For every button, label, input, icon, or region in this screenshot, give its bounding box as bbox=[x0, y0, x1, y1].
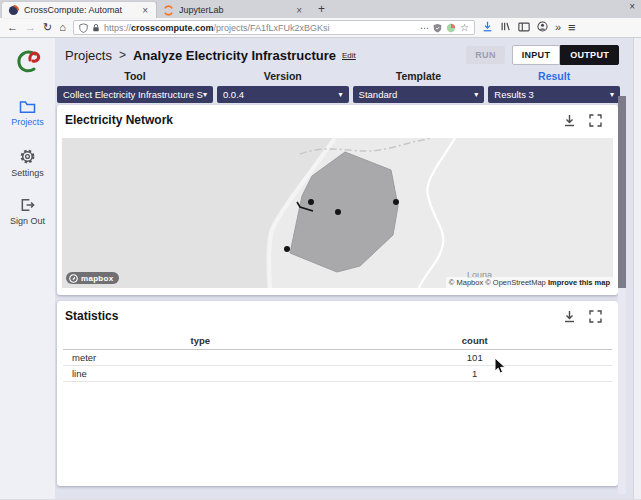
tab-bar: CrossCompute: Automat × JupyterLab × + × bbox=[0, 0, 641, 18]
table-row: meter 101 bbox=[63, 349, 612, 365]
result-control: Result Results 3▾ bbox=[488, 70, 620, 103]
chevron-down-icon: ▾ bbox=[339, 90, 343, 99]
sidebar-toggle-icon[interactable] bbox=[518, 22, 530, 34]
edit-link[interactable]: Edit bbox=[342, 51, 356, 60]
bookmark-star-icon[interactable]: ☆ bbox=[460, 22, 469, 33]
sidebar-item-signout[interactable]: Sign Out bbox=[0, 197, 55, 226]
mapbox-logo[interactable]: mapbox bbox=[66, 272, 119, 284]
overflow-menu-icon[interactable]: » bbox=[555, 22, 561, 33]
downloads-icon[interactable] bbox=[482, 21, 493, 34]
lock-icon bbox=[92, 23, 100, 33]
tab-crosscompute[interactable]: CrossCompute: Automat × bbox=[2, 2, 156, 18]
tracking-shield-icon[interactable] bbox=[79, 23, 88, 33]
download-icon[interactable] bbox=[563, 114, 576, 127]
result-label-link[interactable]: Result bbox=[488, 70, 620, 82]
statistics-table: type count meter 101 line 1 bbox=[63, 333, 612, 382]
fullscreen-icon[interactable] bbox=[589, 310, 602, 323]
table-header-row: type count bbox=[63, 333, 612, 349]
sidebar-item-settings[interactable]: Settings bbox=[0, 148, 55, 178]
home-icon[interactable]: ⌂ bbox=[59, 22, 66, 33]
forward-icon[interactable]: → bbox=[25, 22, 36, 33]
output-button[interactable]: OUTPUT bbox=[560, 45, 619, 65]
crosscompute-favicon bbox=[8, 5, 19, 16]
account-icon[interactable] bbox=[537, 21, 548, 34]
sign-out-icon bbox=[19, 197, 36, 213]
download-icon[interactable] bbox=[563, 310, 576, 323]
chevron-down-icon: ▾ bbox=[203, 90, 207, 99]
column-header-type: type bbox=[63, 333, 338, 349]
reload-icon[interactable]: ↻ bbox=[43, 22, 52, 33]
electricity-network-card: Electricity Network bbox=[57, 105, 618, 295]
url-text: https://crosscompute.com/projects/FA1fLx… bbox=[104, 23, 416, 33]
browser-scrollbar-gutter[interactable] bbox=[633, 38, 641, 499]
template-control: Template Standard▾ bbox=[353, 70, 485, 103]
sidebar-item-label: Sign Out bbox=[10, 216, 45, 226]
main-content: Projects > Analyze Electricity Infrastru… bbox=[55, 38, 641, 499]
app-sidebar: Projects Settings Sign Out bbox=[0, 38, 55, 499]
chevron-down-icon: ▾ bbox=[474, 90, 478, 99]
breadcrumb-separator: > bbox=[119, 48, 126, 62]
result-select[interactable]: Results 3▾ bbox=[488, 86, 620, 103]
crosscompute-logo bbox=[13, 47, 43, 77]
card-title: Statistics bbox=[65, 309, 118, 323]
extension-icon[interactable] bbox=[446, 23, 456, 33]
window-close-button[interactable]: × bbox=[629, 1, 635, 12]
sidebar-item-label: Settings bbox=[11, 168, 44, 178]
template-label: Template bbox=[353, 70, 485, 82]
card-header: Electricity Network bbox=[57, 105, 618, 135]
cell-count: 1 bbox=[338, 365, 613, 381]
tool-label: Tool bbox=[57, 70, 213, 82]
input-button[interactable]: INPUT bbox=[512, 45, 561, 65]
map-attribution: © Mapbox © OpenStreetMap Improve this ma… bbox=[446, 277, 613, 288]
page-header: Projects > Analyze Electricity Infrastru… bbox=[65, 45, 619, 65]
new-tab-button[interactable]: + bbox=[310, 2, 333, 18]
run-button[interactable]: RUN bbox=[466, 46, 504, 64]
content-scrollbar-track[interactable] bbox=[618, 96, 626, 494]
tab-title: JupyterLab bbox=[179, 5, 289, 15]
url-bar[interactable]: https://crosscompute.com/projects/FA1fLx… bbox=[73, 20, 475, 35]
version-label: Version bbox=[217, 70, 349, 82]
page-actions-icon[interactable]: ⋯ bbox=[420, 23, 429, 33]
gear-icon bbox=[19, 148, 36, 165]
mouse-cursor bbox=[494, 357, 506, 375]
card-title: Electricity Network bbox=[65, 113, 173, 127]
cell-type: line bbox=[63, 365, 338, 381]
hamburger-menu-icon[interactable]: ≡ bbox=[568, 21, 576, 34]
tool-select[interactable]: Collect Electricity Infrastructure S▾ bbox=[57, 86, 213, 103]
template-select[interactable]: Standard▾ bbox=[353, 86, 485, 103]
browser-window: CrossCompute: Automat × JupyterLab × + ×… bbox=[0, 0, 641, 500]
tab-close-icon[interactable]: × bbox=[294, 5, 304, 16]
page-title: Analyze Electricity Infrastructure bbox=[133, 48, 336, 63]
mapbox-logo-icon bbox=[69, 274, 78, 283]
map-canvas[interactable]: Louna mapbox © Mapbox © OpenStreetMap Im… bbox=[62, 138, 613, 288]
column-header-count: count bbox=[338, 333, 613, 349]
library-icon[interactable] bbox=[500, 21, 511, 34]
map-graphics: Louna bbox=[62, 138, 613, 288]
app-area: Projects Settings Sign Out Projects > An… bbox=[0, 38, 641, 499]
cell-count: 101 bbox=[338, 349, 613, 365]
tab-close-icon[interactable]: × bbox=[140, 5, 150, 16]
sidebar-item-projects[interactable]: Projects bbox=[0, 100, 55, 127]
jupyter-favicon bbox=[163, 5, 174, 16]
folder-icon bbox=[19, 100, 36, 114]
fullscreen-icon[interactable] bbox=[589, 114, 602, 127]
breadcrumb-projects-link[interactable]: Projects bbox=[65, 48, 112, 63]
tab-jupyterlab[interactable]: JupyterLab × bbox=[156, 2, 310, 18]
sidebar-item-label: Projects bbox=[11, 117, 44, 127]
browser-toolbar: ← → ↻ ⌂ https://crosscompute.com/project… bbox=[0, 18, 641, 38]
permissions-shield-icon[interactable] bbox=[433, 23, 442, 33]
version-control: Version 0.0.4▾ bbox=[217, 70, 349, 103]
tab-title: CrossCompute: Automat bbox=[24, 5, 135, 15]
cell-type: meter bbox=[63, 349, 338, 365]
back-icon[interactable]: ← bbox=[7, 22, 18, 33]
table-row: line 1 bbox=[63, 365, 612, 381]
controls-row: Tool Collect Electricity Infrastructure … bbox=[57, 70, 620, 103]
statistics-card: Statistics type count bbox=[57, 301, 618, 486]
improve-map-link[interactable]: Improve this map bbox=[548, 278, 610, 287]
tool-control: Tool Collect Electricity Infrastructure … bbox=[57, 70, 213, 103]
content-scrollbar-thumb[interactable] bbox=[618, 96, 626, 288]
chevron-down-icon: ▾ bbox=[610, 90, 614, 99]
card-header: Statistics bbox=[57, 301, 618, 331]
version-select[interactable]: 0.0.4▾ bbox=[217, 86, 349, 103]
